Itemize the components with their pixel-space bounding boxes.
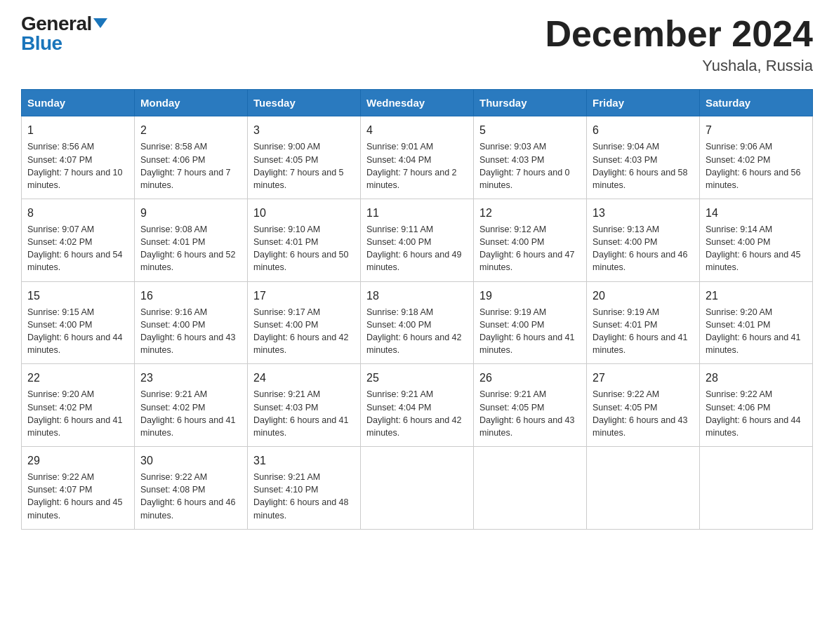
header-wednesday: Wednesday — [361, 90, 474, 116]
daylight-text: Daylight: 6 hours and 41 minutes. — [253, 415, 349, 438]
header-sunday: Sunday — [22, 90, 135, 116]
day-number: 19 — [479, 288, 581, 304]
sunrise-text: Sunrise: 9:13 AM — [593, 224, 659, 234]
sunrise-text: Sunrise: 9:19 AM — [593, 307, 659, 317]
daylight-text: Daylight: 6 hours and 42 minutes. — [253, 333, 349, 355]
daylight-text: Daylight: 6 hours and 44 minutes. — [27, 333, 123, 355]
sunrise-text: Sunrise: 9:18 AM — [366, 307, 433, 317]
day-number: 15 — [27, 288, 128, 304]
sunrise-text: Sunrise: 9:19 AM — [479, 307, 546, 317]
sunrise-text: Sunrise: 9:20 AM — [706, 307, 772, 317]
sunset-text: Sunset: 4:02 PM — [27, 403, 92, 412]
calendar-cell: 21Sunrise: 9:20 AMSunset: 4:01 PMDayligh… — [700, 281, 813, 364]
calendar-cell: 12Sunrise: 9:12 AMSunset: 4:00 PMDayligh… — [474, 199, 587, 281]
day-number: 7 — [706, 122, 807, 138]
daylight-text: Daylight: 6 hours and 46 minutes. — [593, 250, 688, 272]
header-saturday: Saturday — [700, 90, 813, 116]
daylight-text: Daylight: 7 hours and 2 minutes. — [366, 168, 457, 190]
day-number: 28 — [706, 370, 807, 386]
sunset-text: Sunset: 4:06 PM — [706, 403, 770, 412]
daylight-text: Daylight: 6 hours and 54 minutes. — [27, 250, 123, 272]
daylight-text: Daylight: 6 hours and 49 minutes. — [366, 250, 462, 272]
calendar-cell — [700, 446, 813, 529]
daylight-text: Daylight: 6 hours and 42 minutes. — [366, 333, 462, 355]
daylight-text: Daylight: 6 hours and 43 minutes. — [479, 415, 575, 438]
calendar-cell: 5Sunrise: 9:03 AMSunset: 4:03 PMDaylight… — [474, 116, 587, 199]
sunrise-text: Sunrise: 9:10 AM — [253, 224, 320, 234]
calendar-cell: 3Sunrise: 9:00 AMSunset: 4:05 PMDaylight… — [248, 116, 361, 199]
sunrise-text: Sunrise: 9:01 AM — [366, 142, 433, 152]
calendar-cell: 14Sunrise: 9:14 AMSunset: 4:00 PMDayligh… — [700, 199, 813, 281]
calendar-cell: 15Sunrise: 9:15 AMSunset: 4:00 PMDayligh… — [22, 281, 135, 364]
sunrise-text: Sunrise: 9:16 AM — [140, 307, 207, 317]
calendar-cell: 7Sunrise: 9:06 AMSunset: 4:02 PMDaylight… — [700, 116, 813, 199]
daylight-text: Daylight: 6 hours and 41 minutes. — [27, 415, 123, 438]
week-row-2: 8Sunrise: 9:07 AMSunset: 4:02 PMDaylight… — [22, 199, 813, 281]
daylight-text: Daylight: 7 hours and 10 minutes. — [27, 168, 123, 190]
sunset-text: Sunset: 4:05 PM — [593, 403, 657, 412]
day-number: 5 — [479, 122, 581, 138]
calendar-cell — [587, 446, 700, 529]
daylight-text: Daylight: 6 hours and 47 minutes. — [479, 250, 575, 272]
daylight-text: Daylight: 7 hours and 7 minutes. — [140, 168, 231, 190]
sunrise-text: Sunrise: 9:21 AM — [140, 389, 207, 399]
daylight-text: Daylight: 6 hours and 42 minutes. — [366, 415, 462, 438]
sunset-text: Sunset: 4:06 PM — [140, 155, 205, 165]
day-number: 23 — [140, 370, 241, 386]
sunrise-text: Sunrise: 9:22 AM — [27, 472, 94, 482]
day-number: 20 — [593, 288, 694, 304]
daylight-text: Daylight: 6 hours and 52 minutes. — [140, 250, 236, 272]
sunrise-text: Sunrise: 9:15 AM — [27, 307, 94, 317]
sunrise-text: Sunrise: 9:20 AM — [27, 389, 94, 399]
sunrise-text: Sunrise: 9:17 AM — [253, 307, 320, 317]
calendar-cell: 18Sunrise: 9:18 AMSunset: 4:00 PMDayligh… — [361, 281, 474, 364]
sunrise-text: Sunrise: 9:11 AM — [366, 224, 433, 234]
daylight-text: Daylight: 6 hours and 43 minutes. — [140, 333, 236, 355]
calendar-cell: 27Sunrise: 9:22 AMSunset: 4:05 PMDayligh… — [587, 364, 700, 447]
title-area: December 2024 Yushala, Russia — [545, 14, 813, 75]
calendar-cell: 20Sunrise: 9:19 AMSunset: 4:01 PMDayligh… — [587, 281, 700, 364]
daylight-text: Daylight: 6 hours and 41 minutes. — [479, 333, 575, 355]
header-monday: Monday — [135, 90, 248, 116]
daylight-text: Daylight: 6 hours and 41 minutes. — [706, 333, 801, 355]
sunset-text: Sunset: 4:04 PM — [366, 403, 431, 412]
calendar-cell: 17Sunrise: 9:17 AMSunset: 4:00 PMDayligh… — [248, 281, 361, 364]
page-header: General Blue December 2024 Yushala, Russ… — [21, 14, 813, 75]
calendar-cell: 31Sunrise: 9:21 AMSunset: 4:10 PMDayligh… — [248, 446, 361, 529]
logo: General Blue — [21, 14, 107, 53]
day-number: 14 — [706, 205, 807, 221]
month-title: December 2024 — [545, 14, 813, 54]
day-number: 1 — [27, 122, 128, 138]
day-number: 17 — [253, 288, 355, 304]
location-label: Yushala, Russia — [545, 57, 813, 75]
day-number: 29 — [27, 452, 128, 469]
calendar-cell: 23Sunrise: 9:21 AMSunset: 4:02 PMDayligh… — [135, 364, 248, 447]
logo-general-text: General — [21, 14, 92, 34]
sunrise-text: Sunrise: 9:08 AM — [140, 224, 207, 234]
sunset-text: Sunset: 4:07 PM — [27, 485, 92, 495]
day-number: 3 — [253, 122, 355, 138]
sunset-text: Sunset: 4:03 PM — [593, 155, 657, 165]
calendar-cell: 11Sunrise: 9:11 AMSunset: 4:00 PMDayligh… — [361, 199, 474, 281]
day-number: 11 — [366, 205, 468, 221]
sunrise-text: Sunrise: 9:00 AM — [253, 142, 320, 152]
sunset-text: Sunset: 4:01 PM — [253, 237, 318, 247]
calendar-cell: 26Sunrise: 9:21 AMSunset: 4:05 PMDayligh… — [474, 364, 587, 447]
sunset-text: Sunset: 4:00 PM — [253, 320, 318, 330]
sunrise-text: Sunrise: 9:21 AM — [253, 389, 320, 399]
calendar-cell: 4Sunrise: 9:01 AMSunset: 4:04 PMDaylight… — [361, 116, 474, 199]
calendar-cell: 2Sunrise: 8:58 AMSunset: 4:06 PMDaylight… — [135, 116, 248, 199]
sunset-text: Sunset: 4:07 PM — [27, 155, 92, 165]
day-number: 13 — [593, 205, 694, 221]
day-number: 30 — [140, 452, 241, 469]
logo-triangle-icon — [93, 18, 107, 28]
sunrise-text: Sunrise: 8:58 AM — [140, 142, 207, 152]
daylight-text: Daylight: 6 hours and 41 minutes. — [593, 333, 688, 355]
calendar-cell: 6Sunrise: 9:04 AMSunset: 4:03 PMDaylight… — [587, 116, 700, 199]
day-number: 27 — [593, 370, 694, 386]
sunset-text: Sunset: 4:10 PM — [253, 485, 318, 495]
sunset-text: Sunset: 4:01 PM — [706, 320, 770, 330]
calendar-table: Sunday Monday Tuesday Wednesday Thursday… — [21, 89, 813, 529]
daylight-text: Daylight: 6 hours and 48 minutes. — [253, 497, 349, 520]
daylight-text: Daylight: 7 hours and 0 minutes. — [479, 168, 570, 190]
